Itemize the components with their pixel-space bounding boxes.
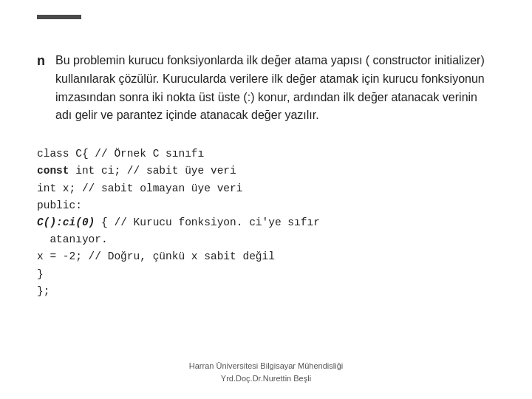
code-line-1: class C{ // Örnek C sınıfı: [37, 146, 495, 163]
bullet-section: n Bu problemin kurucu fonksiyonlarda ilk…: [37, 52, 495, 125]
code-line-8: }: [37, 266, 495, 283]
bullet-text: Bu problemin kurucu fonksiyonlarda ilk d…: [55, 52, 495, 125]
code-line-5: C():ci(0) { // Kurucu fonksiyon. ci'ye s…: [37, 214, 495, 231]
slide-container: n Bu problemin kurucu fonksiyonlarda ilk…: [0, 0, 532, 399]
footer: Harran Üniversitesi Bilgisayar Mühendisl…: [0, 360, 532, 384]
code-line-7: x = -2; // Doğru, çünkü x sabit değil: [37, 248, 495, 265]
code-line-3: int x; // sabit olmayan üye veri: [37, 180, 495, 197]
code-block: class C{ // Örnek C sınıfı const int ci;…: [37, 146, 495, 300]
code-line-2: const int ci; // sabit üye veri: [37, 163, 495, 180]
top-bar-decoration: [37, 15, 81, 19]
bullet-marker: n: [37, 53, 45, 69]
footer-line1: Harran Üniversitesi Bilgisayar Mühendisl…: [0, 360, 532, 372]
code-line-4: public:: [37, 197, 495, 214]
code-line-6: atanıyor.: [37, 231, 495, 248]
footer-line2: Yrd.Doç.Dr.Nurettin Beşli: [0, 372, 532, 385]
code-line-9: };: [37, 283, 495, 300]
